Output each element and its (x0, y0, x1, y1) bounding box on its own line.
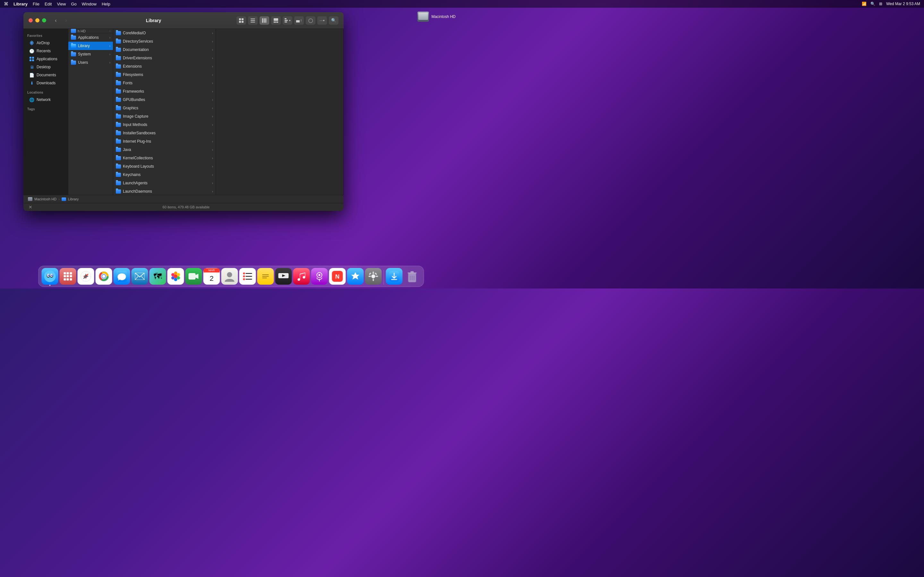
sidebar-item-recents[interactable]: 🕐 Recents (25, 47, 66, 55)
lib-launchagents[interactable]: LaunchAgents › (113, 179, 216, 187)
svg-rect-39 (70, 278, 72, 280)
directoryservices-icon (116, 39, 121, 44)
lib-installersandboxes[interactable]: InstallerSandboxes › (113, 129, 216, 137)
sidebar-item-desktop[interactable]: 🖥 Desktop (25, 63, 66, 71)
svg-point-60 (174, 271, 178, 275)
share-button[interactable]: ↑ (294, 16, 304, 25)
installersandboxes-chevron: › (212, 131, 213, 135)
svg-point-30 (52, 275, 53, 276)
dock-item-mail[interactable] (132, 268, 148, 285)
menu-file[interactable]: File (33, 2, 39, 6)
gpubundles-icon (116, 98, 121, 102)
more-button[interactable]: ··· ▾ (317, 16, 327, 25)
lib-kernelcollections[interactable]: KernelCollections › (113, 154, 216, 162)
lib-internetplugins[interactable]: Internet Plug-Ins › (113, 137, 216, 145)
sidebar-item-documents[interactable]: 📄 Documents (25, 71, 66, 79)
icon-view-button[interactable] (236, 16, 246, 25)
library-scroll[interactable]: CoreMediaIO › DirectoryServices › Docume… (113, 29, 216, 195)
dock-item-notes[interactable] (257, 268, 274, 285)
dock-item-maps[interactable]: 🗺 (150, 268, 166, 285)
lib-java[interactable]: Java › (113, 145, 216, 154)
lib-fonts[interactable]: Fonts › (113, 79, 216, 87)
documents-label: Documents (37, 73, 56, 77)
back-button[interactable]: ‹ (51, 17, 60, 24)
forward-button[interactable]: › (61, 17, 71, 24)
lib-documentation[interactable]: Documentation › (113, 45, 216, 54)
dock-item-podcasts[interactable] (311, 268, 328, 285)
apple-menu[interactable]: ⌘ (4, 1, 8, 6)
inputmethods-chevron: › (212, 123, 213, 127)
svg-point-64 (171, 276, 174, 279)
list-view-button[interactable] (248, 16, 258, 25)
col1-item-label: h HD (78, 29, 86, 33)
search-button[interactable]: 🔍 (329, 16, 338, 25)
dock-item-safari[interactable] (78, 268, 94, 285)
dock-item-finder[interactable] (42, 268, 58, 285)
sidebar-item-network[interactable]: 🌐 Network (25, 96, 66, 103)
dock-item-photos[interactable] (168, 268, 184, 285)
menu-go[interactable]: Go (71, 2, 76, 6)
dock-item-news[interactable]: N (329, 268, 346, 285)
dock-item-reminders[interactable] (239, 268, 256, 285)
menu-app-name[interactable]: Library (13, 2, 27, 6)
lib-keyboardlayouts[interactable]: Keyboard Layouts › (113, 162, 216, 171)
sidebar-item-airdrop[interactable]: AirDrop (25, 39, 66, 47)
macintosh-hd-scroll[interactable]: h HD › Applications › Library › (68, 29, 113, 195)
minimize-button[interactable] (35, 18, 39, 23)
lib-gpubundles[interactable]: GPUBundles › (113, 95, 216, 104)
lib-extensions[interactable]: Extensions › (113, 62, 216, 71)
quick-actions-button[interactable]: ▾ (283, 16, 292, 25)
col1-users[interactable]: Users › (68, 58, 113, 67)
svg-point-69 (243, 272, 245, 274)
dock-item-launchpad[interactable] (60, 268, 76, 285)
dock-item-appletv[interactable] (275, 268, 292, 285)
dock-item-contacts[interactable] (221, 268, 238, 285)
dock-item-trash[interactable] (404, 268, 421, 285)
close-button[interactable] (29, 18, 33, 23)
lib-launchdaemons[interactable]: LaunchDaemons › (113, 187, 216, 195)
gpubundles-label: GPUBundles (123, 97, 145, 102)
menu-edit[interactable]: Edit (45, 2, 52, 6)
gallery-view-button[interactable] (271, 16, 281, 25)
sidebar-item-downloads[interactable]: ⬇ Downloads (25, 79, 66, 87)
tag-button[interactable]: ◯ (306, 16, 315, 25)
dock-item-appstore[interactable] (347, 268, 364, 285)
lib-driverextensions[interactable]: DriverExtensions › (113, 54, 216, 62)
lib-coremediaio[interactable]: CoreMediaIO › (113, 29, 216, 37)
dock-item-calendar[interactable]: MAR 2 (204, 268, 220, 285)
filesystems-icon (116, 73, 121, 77)
col1-applications[interactable]: Applications › (68, 33, 113, 42)
col1-library[interactable]: Library › (68, 42, 113, 50)
svg-rect-11 (274, 21, 275, 23)
tags-section-label: Tags (23, 106, 68, 112)
lib-frameworks[interactable]: Frameworks › (113, 87, 216, 95)
dock-item-messages[interactable] (113, 268, 130, 285)
column-view-button[interactable] (260, 16, 269, 25)
locations-label: Locations (23, 89, 68, 95)
svg-rect-1 (242, 18, 244, 20)
lib-inputmethods[interactable]: Input Methods › (113, 121, 216, 129)
fonts-chevron: › (212, 81, 213, 85)
lib-directoryservices[interactable]: DirectoryServices › (113, 37, 216, 45)
dock-item-facetime[interactable] (186, 268, 202, 285)
dock-item-chrome[interactable] (95, 268, 112, 285)
lib-imagecapture[interactable]: Image Capture › (113, 112, 216, 121)
menu-window[interactable]: Window (82, 2, 97, 6)
svg-marker-67 (196, 274, 199, 279)
menu-view[interactable]: View (57, 2, 66, 6)
desktop-hd-icon[interactable]: Macintosh HD (417, 11, 456, 22)
close-path-button[interactable]: ✕ (28, 205, 33, 210)
sidebar-item-applications[interactable]: Applications (25, 55, 66, 63)
menu-help[interactable]: Help (102, 2, 110, 6)
dock-item-music[interactable] (293, 268, 310, 285)
breadcrumb-separator: › (58, 197, 60, 201)
maximize-button[interactable] (42, 18, 46, 23)
dock-item-downloads[interactable] (386, 268, 403, 285)
extensions-icon (116, 64, 121, 69)
col1-system[interactable]: System › (68, 50, 113, 58)
lib-keychains[interactable]: Keychains › (113, 171, 216, 179)
dock-item-sysprefs[interactable] (365, 268, 382, 285)
lib-filesystems[interactable]: Filesystems › (113, 71, 216, 79)
keyboardlayouts-icon (116, 164, 121, 169)
lib-graphics[interactable]: Graphics › (113, 104, 216, 112)
